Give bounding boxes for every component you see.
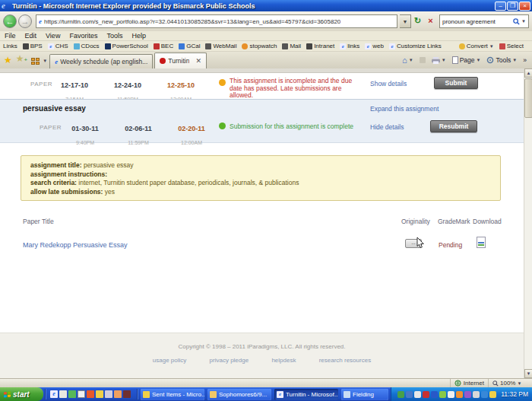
stop-button[interactable]: × (424, 14, 437, 28)
menu-file[interactable]: File (5, 32, 16, 40)
address-bar[interactable]: e https://turnitin.com/s_new_portfolio.a… (36, 14, 397, 28)
tray-icon[interactable] (473, 391, 480, 398)
tray-icon[interactable] (481, 391, 488, 398)
zoom-control[interactable]: 100% ▼ (488, 379, 532, 387)
search-options-dropdown[interactable]: ▼ (521, 19, 526, 24)
link-chs[interactable]: eCHS (48, 43, 68, 49)
taskbar-button-fielding[interactable]: Fielding (341, 389, 388, 400)
usage-policy-link[interactable]: usage policy (153, 357, 186, 364)
start-button[interactable]: start (0, 387, 43, 401)
tray-icon[interactable] (464, 391, 471, 398)
show-details-link[interactable]: Show details (370, 80, 407, 88)
quick-launch-icon[interactable] (96, 390, 103, 398)
resubmit-button[interactable]: Resubmit (430, 120, 477, 132)
menu-tools[interactable]: Tools (106, 32, 122, 40)
link-mail[interactable]: Mail (282, 43, 301, 49)
grademark-status: Pending (439, 241, 462, 249)
feeds-button[interactable] (416, 53, 429, 67)
tray-icon[interactable] (448, 391, 454, 398)
page-menu-button[interactable]: Page▼ (449, 53, 484, 67)
link-stopwatch[interactable]: stopwatch (242, 43, 277, 49)
quick-launch-icon[interactable] (78, 390, 85, 398)
vertical-scrollbar[interactable]: ▲ ▼ (524, 68, 532, 378)
title-bar[interactable]: e Turnitin - Microsoft Internet Explorer… (0, 0, 532, 11)
restore-button[interactable]: ❐ (507, 2, 518, 11)
refresh-button[interactable]: ↻ (411, 14, 424, 28)
taskbar-button-sent-items[interactable]: Sent Items - Micro... (141, 389, 204, 400)
quick-launch-icon[interactable] (105, 390, 112, 398)
quick-launch-icon[interactable] (114, 390, 122, 398)
helpdesk-link[interactable]: helpdesk (271, 357, 296, 364)
menu-help[interactable]: Help (131, 32, 146, 40)
privacy-pledge-link[interactable]: privacy pledge (210, 357, 249, 364)
forward-button[interactable]: → (18, 14, 32, 28)
tray-icon[interactable] (423, 391, 429, 398)
quick-launch-icon[interactable] (87, 390, 94, 398)
research-resources-link[interactable]: research resources (319, 357, 371, 364)
assignment-details-box: assignment title: persuasive essay assig… (21, 155, 501, 201)
link-bec[interactable]: BEC (154, 43, 173, 49)
link-customize-links[interactable]: eCustomize Links (389, 43, 442, 49)
link-intranet[interactable]: Intranet (306, 43, 334, 49)
adobe-convert-button[interactable]: Convert▼ (459, 43, 494, 49)
menu-favorites[interactable]: Favorites (69, 32, 97, 40)
bookmark-icon: e (340, 43, 346, 49)
home-button[interactable]: ⌂▼ (399, 53, 416, 67)
back-button[interactable]: ← (3, 14, 17, 28)
tools-menu-button[interactable]: Tools▼ (483, 53, 520, 67)
link-webmail[interactable]: WebMail (205, 43, 236, 49)
tray-icon[interactable] (439, 391, 446, 398)
toolbar-overflow-chevron[interactable]: » (520, 53, 530, 67)
add-favorite-icon[interactable]: ★+ (16, 52, 27, 67)
link-links[interactable]: elinks (340, 43, 359, 49)
tray-icon[interactable] (489, 391, 496, 398)
favorites-center-icon[interactable]: ★ (4, 53, 12, 67)
close-tab-icon[interactable]: ✕ (195, 57, 201, 65)
scrollbar-thumb[interactable] (524, 78, 532, 118)
quick-launch-icon[interactable] (68, 390, 76, 398)
link-cdocs[interactable]: CDocs (74, 43, 100, 49)
link-powerschool[interactable]: PowerSchool (105, 43, 148, 49)
quick-tabs-button[interactable]: ▼ (31, 55, 46, 67)
quick-launch-icon[interactable] (123, 390, 131, 398)
copyright-text: Copyright © 1998 – 2011 iParadigms, LLC.… (0, 343, 524, 350)
assignment-title: persuasive essay (23, 104, 86, 113)
link-web[interactable]: eweb (365, 43, 384, 49)
zoom-dropdown-icon[interactable]: ▼ (517, 381, 521, 386)
page-content: PAPER 12-17-107:15AM 12-24-1011:59PM 12-… (0, 68, 532, 378)
close-button[interactable]: × (519, 2, 530, 11)
tray-icon[interactable] (406, 391, 413, 398)
menu-view[interactable]: View (46, 32, 60, 40)
expand-assignment-link[interactable]: Expand this assignment (370, 105, 439, 113)
links-label: Links (3, 43, 17, 49)
minimize-button[interactable]: – (495, 2, 506, 11)
link-bps[interactable]: BPS (23, 43, 43, 49)
search-icon[interactable] (513, 18, 520, 25)
submit-button[interactable]: Submit (434, 77, 478, 89)
taskbar-button-folder[interactable]: Sophomores6/9... (207, 389, 271, 400)
tray-icon[interactable] (414, 391, 421, 398)
status-bar: Internet 100% ▼ (0, 378, 532, 387)
scroll-up-icon[interactable]: ▲ (524, 68, 532, 78)
menu-bar: File Edit View Favorites Tools Help (0, 31, 532, 41)
tray-icon[interactable] (397, 391, 404, 398)
taskbar-button-turnitin[interactable]: e Turnitin - Microsof... (274, 389, 338, 400)
paper-title-link[interactable]: Mary Redekopp Persuasive Essay (23, 241, 128, 249)
scroll-down-icon[interactable]: ▼ (524, 369, 532, 378)
tab-weekly-schedule[interactable]: e Weekly schedule (ap english... (49, 54, 153, 68)
link-gcal[interactable]: GCal (179, 43, 200, 49)
search-input[interactable]: pronoun agreement ▼ (439, 14, 529, 28)
hide-details-link[interactable]: Hide details (370, 123, 404, 131)
quick-launch-ie-icon[interactable]: e (50, 390, 58, 398)
print-button[interactable]: ▼ (429, 53, 449, 67)
address-dropdown-button[interactable]: ▼ (400, 14, 411, 28)
tray-icon[interactable] (431, 391, 438, 398)
tab-turnitin[interactable]: Turnitin ✕ (154, 53, 207, 68)
download-paper-icon[interactable] (477, 237, 486, 248)
menu-edit[interactable]: Edit (25, 32, 37, 40)
adobe-select-button[interactable]: Select (499, 43, 524, 49)
tray-icon[interactable] (456, 391, 463, 398)
window-title: Turnitin - Microsoft Internet Explorer p… (12, 2, 494, 10)
quick-launch-icon[interactable] (59, 390, 67, 398)
gear-icon (486, 56, 494, 64)
